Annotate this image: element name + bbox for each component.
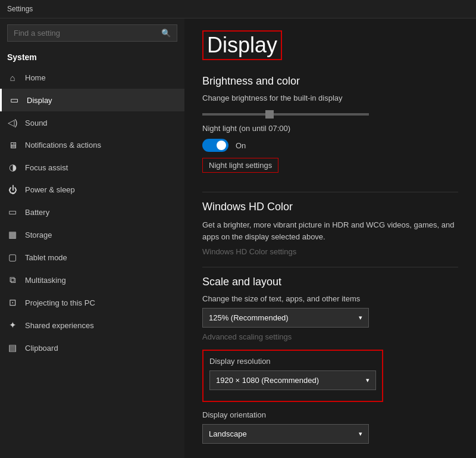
resolution-section: Display resolution 1920 × 1080 (Recommen… xyxy=(202,350,383,402)
sidebar-item-storage[interactable]: ▦ Storage xyxy=(0,223,184,246)
resolution-dropdown-chevron: ▾ xyxy=(366,376,369,384)
brightness-section-title: Brightness and color xyxy=(202,75,458,88)
resolution-dropdown[interactable]: 1920 × 1080 (Recommended) ▾ xyxy=(209,370,376,390)
power-icon: ⏻ xyxy=(7,185,18,195)
sidebar-item-notifications[interactable]: 🖥 Notifications & actions xyxy=(0,134,184,156)
sidebar-item-label: Battery xyxy=(25,208,49,217)
sidebar-item-clipboard[interactable]: ▤ Clipboard xyxy=(0,337,184,359)
sidebar-item-label: Focus assist xyxy=(25,163,68,172)
battery-icon: ▭ xyxy=(7,207,18,217)
scale-section-title: Scale and layout xyxy=(202,276,458,288)
scale-label: Change the size of text, apps, and other… xyxy=(202,294,458,303)
sidebar-item-power[interactable]: ⏻ Power & sleep xyxy=(0,179,184,201)
divider-1 xyxy=(202,192,458,192)
hd-color-settings-link[interactable]: Windows HD Color settings xyxy=(202,247,458,256)
scale-dropdown[interactable]: 125% (Recommended) ▾ xyxy=(202,308,369,328)
title-bar: Settings xyxy=(0,0,476,18)
sidebar-item-sound[interactable]: ◁) Sound xyxy=(0,111,184,134)
sidebar-item-label: Projecting to this PC xyxy=(25,298,95,307)
toggle-thumb xyxy=(217,141,226,150)
night-light-row: Night light (on until 07:00) xyxy=(202,124,458,133)
sidebar-item-home[interactable]: ⌂ Home xyxy=(0,67,184,89)
sidebar-item-multitasking[interactable]: ⧉ Multitasking xyxy=(0,269,184,291)
brightness-label: Change brightness for the built-in displ… xyxy=(202,94,458,102)
orientation-dropdown[interactable]: Landscape ▾ xyxy=(202,424,369,444)
night-light-settings-link[interactable]: Night light settings xyxy=(202,158,278,173)
night-light-label: Night light (on until 07:00) xyxy=(202,124,290,133)
sidebar-item-battery[interactable]: ▭ Battery xyxy=(0,201,184,223)
main-layout: 🔍 System ⌂ Home ▭ Display ◁) Sound 🖥 Not… xyxy=(0,18,476,458)
sidebar-item-label: Sound xyxy=(25,119,48,127)
resolution-title: Display resolution xyxy=(209,357,376,366)
advanced-scaling-link[interactable]: Advanced scaling settings xyxy=(202,332,458,341)
sidebar-item-label: Storage xyxy=(25,230,52,239)
home-icon: ⌂ xyxy=(7,73,18,83)
toggle-track xyxy=(202,139,228,152)
night-light-toggle-row: On xyxy=(202,139,458,152)
search-input[interactable] xyxy=(14,29,161,38)
sidebar-item-label: Shared experiences xyxy=(25,321,94,330)
brightness-slider[interactable] xyxy=(202,113,369,116)
hd-color-description: Get a brighter, more vibrant picture in … xyxy=(202,219,458,242)
page-title: Display xyxy=(202,30,282,60)
search-box[interactable]: 🔍 xyxy=(7,24,177,42)
scale-dropdown-value: 125% (Recommended) xyxy=(209,313,289,322)
sidebar: 🔍 System ⌂ Home ▭ Display ◁) Sound 🖥 Not… xyxy=(0,18,184,458)
sidebar-item-label: Clipboard xyxy=(25,344,58,353)
storage-icon: ▦ xyxy=(7,229,18,240)
notifications-icon: 🖥 xyxy=(7,140,18,150)
orientation-label: Display orientation xyxy=(202,410,458,419)
shared-icon: ✦ xyxy=(7,320,18,331)
scale-dropdown-chevron: ▾ xyxy=(359,314,362,322)
sidebar-item-label: Tablet mode xyxy=(25,253,67,262)
sound-icon: ◁) xyxy=(7,117,18,128)
hd-color-title: Windows HD Color xyxy=(202,201,458,213)
sidebar-item-focus[interactable]: ◑ Focus assist xyxy=(0,156,184,179)
sidebar-item-tablet[interactable]: ▢ Tablet mode xyxy=(0,246,184,269)
toggle-on-label: On xyxy=(236,141,246,150)
divider-2 xyxy=(202,267,458,267)
orientation-dropdown-chevron: ▾ xyxy=(359,430,362,438)
focus-icon: ◑ xyxy=(7,162,18,173)
search-icon: 🔍 xyxy=(161,29,171,38)
sidebar-item-shared[interactable]: ✦ Shared experiences xyxy=(0,314,184,337)
display-icon: ▭ xyxy=(9,95,20,105)
sidebar-item-label: Notifications & actions xyxy=(25,141,101,149)
sidebar-item-display[interactable]: ▭ Display xyxy=(0,89,184,111)
title-bar-label: Settings xyxy=(7,5,33,13)
multitasking-icon: ⧉ xyxy=(7,275,18,285)
night-light-toggle[interactable] xyxy=(202,139,228,152)
tablet-icon: ▢ xyxy=(7,252,18,263)
system-section-title: System xyxy=(0,48,184,67)
orientation-dropdown-value: Landscape xyxy=(209,429,247,438)
sidebar-item-label: Display xyxy=(27,96,52,105)
resolution-dropdown-value: 1920 × 1080 (Recommended) xyxy=(216,376,319,385)
sidebar-item-projecting[interactable]: ⊡ Projecting to this PC xyxy=(0,291,184,314)
sidebar-item-label: Multitasking xyxy=(25,276,66,285)
sidebar-item-label: Home xyxy=(25,73,46,82)
projecting-icon: ⊡ xyxy=(7,297,18,308)
clipboard-icon: ▤ xyxy=(7,342,18,353)
sidebar-item-label: Power & sleep xyxy=(25,185,75,194)
content-area: Display Brightness and color Change brig… xyxy=(184,18,476,458)
